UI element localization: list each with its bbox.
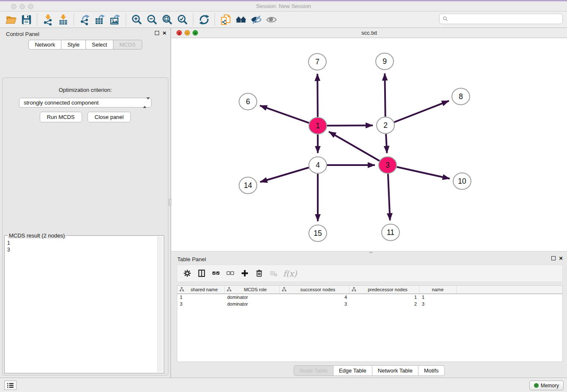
hide-selected-icon[interactable] (248, 12, 264, 27)
graph-node-2[interactable]: 2 (377, 117, 394, 134)
graph-edge-2-9[interactable] (385, 73, 385, 116)
export-network-icon[interactable] (77, 12, 92, 27)
graph-edge-1-2[interactable] (327, 125, 373, 126)
clone-network-icon[interactable] (218, 12, 233, 27)
table-cell[interactable]: 2 (350, 301, 419, 308)
zoom-selected-icon[interactable] (175, 12, 190, 27)
graph-node-7[interactable]: 7 (308, 54, 326, 70)
import-network-icon[interactable] (40, 12, 55, 27)
add-row-icon[interactable] (238, 267, 251, 280)
graph-edge-2-3[interactable] (386, 134, 387, 153)
memory-button[interactable]: Memory (529, 381, 564, 390)
column-header-successor-nodes[interactable]: successor nodes (280, 286, 350, 293)
table-cell[interactable]: 4 (280, 294, 350, 301)
column-header-shared-name[interactable]: shared name (177, 286, 225, 293)
table-cell[interactable]: dominator (225, 294, 280, 301)
graph-edge-3-10[interactable] (397, 167, 450, 179)
graph-node-8[interactable]: 8 (452, 88, 470, 105)
window-titlebar[interactable]: Session: New Session (0, 1, 567, 11)
criterion-value: strongly connected component (24, 99, 99, 106)
table-cell[interactable]: 3 (280, 301, 350, 308)
graph-node-10[interactable]: 10 (453, 173, 471, 190)
table-cell[interactable]: 1 (350, 294, 419, 301)
tab-motifs[interactable]: Motifs (418, 365, 445, 376)
optimization-criterion-label: Optimization criterion: (3, 87, 168, 93)
open-session-icon[interactable] (3, 12, 19, 27)
graph-edge-3-11[interactable] (388, 174, 390, 220)
toolbar-separator (126, 14, 126, 25)
table-cell[interactable]: 1 (177, 294, 225, 301)
export-table-icon[interactable] (92, 12, 107, 27)
close-table-panel-icon[interactable]: × (559, 256, 563, 260)
function-builder-icon[interactable]: f(x) (283, 269, 297, 278)
result-scrollbar[interactable] (157, 237, 163, 372)
column-header-MCDS-role[interactable]: MCDS role (225, 286, 280, 293)
graph-node-label: 11 (387, 228, 394, 237)
network-window-titlebar[interactable]: x − + scc.txt (171, 28, 567, 38)
table-cell[interactable]: 3 (419, 301, 457, 308)
settings-gear-icon[interactable] (181, 267, 193, 280)
graph-edge-1-6[interactable] (260, 105, 309, 123)
tab-style[interactable]: Style (61, 40, 86, 50)
table-cell[interactable]: 3 (177, 301, 225, 308)
graph-node-label: 3 (385, 161, 390, 169)
graph-node-3[interactable]: 3 (379, 157, 396, 174)
table-tabs: Node TableEdge TableNetwork TableMotifs (171, 365, 567, 376)
graph-node-label: 15 (314, 229, 322, 237)
close-panel-icon[interactable]: × (162, 31, 166, 35)
close-panel-button[interactable]: Close panel (88, 112, 131, 122)
tree-icon (352, 287, 356, 293)
import-table-icon[interactable] (55, 12, 71, 27)
tab-mcds[interactable]: MCDS (113, 40, 142, 50)
zoom-in-icon[interactable] (129, 12, 144, 27)
home-icon[interactable] (233, 12, 248, 27)
column-header-name[interactable]: name (419, 286, 457, 293)
run-mcds-button[interactable]: Run MCDS (40, 112, 82, 122)
graph-node-label: 7 (315, 58, 319, 66)
refresh-icon[interactable] (196, 12, 212, 27)
application-window: Session: New Session Control Panel × Net… (0, 0, 567, 392)
graph-edge-2-8[interactable] (394, 101, 449, 122)
export-image-icon[interactable] (107, 12, 123, 27)
table-cell[interactable]: dominator (225, 301, 280, 308)
tab-network-table[interactable]: Network Table (372, 365, 418, 376)
control-panel-title: Control Panel (6, 31, 39, 37)
zoom-fit-icon[interactable] (160, 12, 175, 27)
deselect-all-icon[interactable] (224, 267, 237, 280)
tab-node-table[interactable]: Node Table (294, 365, 333, 376)
table-toolbar: f(x) (177, 265, 563, 282)
select-all-icon[interactable] (209, 267, 222, 280)
graph-edge-3-1[interactable] (329, 132, 380, 161)
table-cell[interactable]: 1 (419, 294, 457, 301)
float-table-panel-icon[interactable] (551, 256, 556, 260)
tab-select[interactable]: Select (86, 40, 113, 50)
graph-node-6[interactable]: 6 (239, 94, 257, 110)
task-history-button[interactable] (4, 381, 17, 390)
column-header-predecessor-nodes[interactable]: predecessor nodes (350, 286, 419, 293)
vertical-splitter-grip[interactable] (169, 199, 171, 206)
graph-node-4[interactable]: 4 (309, 157, 327, 174)
network-canvas[interactable]: 7968124314101511 (171, 38, 567, 251)
graph-node-9[interactable]: 9 (376, 53, 394, 70)
graph-node-14[interactable]: 14 (239, 177, 257, 194)
criterion-select[interactable]: strongly connected component (19, 98, 151, 108)
tree-icon (227, 287, 231, 293)
search-input[interactable] (439, 14, 563, 24)
table-row[interactable]: 1dominator411 (177, 294, 562, 301)
list-icon (7, 383, 14, 388)
graph-node-15[interactable]: 15 (309, 225, 327, 242)
zoom-out-icon[interactable] (144, 12, 160, 27)
tab-network[interactable]: Network (28, 40, 61, 50)
tab-edge-table[interactable]: Edge Table (333, 365, 372, 376)
column-view-icon[interactable] (195, 267, 208, 280)
graph-node-11[interactable]: 11 (382, 224, 399, 241)
graph-edge-4-14[interactable] (260, 168, 309, 182)
delete-row-icon[interactable] (253, 267, 265, 280)
show-all-icon[interactable] (264, 12, 279, 27)
right-column: x − + scc.txt 7968124314101511 (171, 28, 567, 378)
graph-edge-1-7[interactable] (317, 74, 318, 117)
float-panel-icon[interactable] (155, 31, 159, 35)
save-session-icon[interactable] (19, 12, 34, 27)
graph-node-1[interactable]: 1 (309, 118, 327, 134)
table-row[interactable]: 3dominator323 (177, 301, 562, 308)
